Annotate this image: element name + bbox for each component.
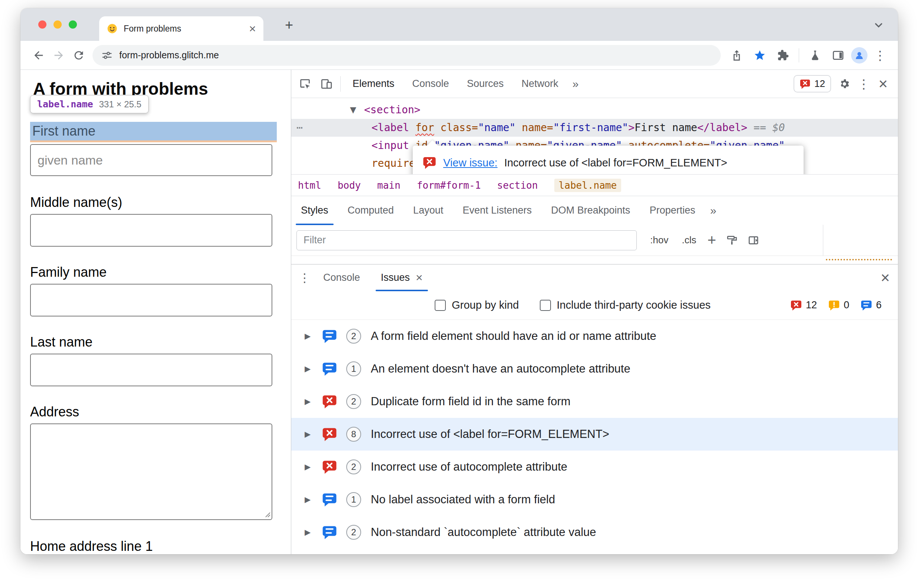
issue-row[interactable]: ▶ 2 Non-standard `autocomplete` attribut… — [291, 516, 898, 549]
issue-title: Incorrect use of autocomplete attribute — [371, 460, 567, 473]
third-party-checkbox[interactable] — [540, 300, 551, 311]
devtools-close-icon[interactable]: × — [873, 74, 893, 94]
view-issue-link[interactable]: View issue: — [443, 157, 498, 169]
bookmark-star-icon[interactable] — [750, 45, 770, 65]
info-bubble-icon — [322, 361, 337, 376]
tab-search-chevron-icon[interactable] — [871, 18, 886, 33]
tab-styles[interactable]: Styles — [291, 196, 338, 225]
screen: Form problems × + — [0, 0, 918, 588]
issue-row[interactable]: ▶ 1 An element doesn't have an autocompl… — [291, 352, 898, 385]
group-by-kind-checkbox[interactable] — [435, 300, 446, 311]
tree-line-label-selected[interactable]: ⋯<label for class="name" name="first-nam… — [291, 119, 898, 137]
tab-properties[interactable]: Properties — [640, 196, 705, 225]
crumb-body[interactable]: body — [338, 180, 361, 191]
devtools-settings-gear-icon[interactable] — [835, 74, 854, 94]
extensions-puzzle-icon[interactable] — [773, 45, 793, 65]
zoom-window-button[interactable] — [69, 21, 77, 29]
site-info-icon[interactable] — [102, 50, 113, 61]
crumb-section[interactable]: section — [497, 180, 538, 191]
paint-roller-icon[interactable] — [726, 234, 738, 246]
experiments-flask-icon[interactable] — [805, 45, 825, 65]
minimize-window-button[interactable] — [53, 21, 61, 29]
third-party-option[interactable]: Include third-party cookie issues — [540, 299, 711, 311]
tab-computed[interactable]: Computed — [338, 196, 404, 225]
tab-layout[interactable]: Layout — [404, 196, 453, 225]
inspect-highlight-label: First name — [30, 122, 277, 141]
info-bubble-icon — [322, 525, 337, 540]
issue-row[interactable]: ▶ 2 Incorrect use of autocomplete attrib… — [291, 451, 898, 483]
tab-elements[interactable]: Elements — [344, 70, 404, 98]
tab-close-icon[interactable]: × — [249, 23, 256, 34]
hov-toggle[interactable]: :hov — [650, 234, 668, 246]
crumb-main[interactable]: main — [377, 180, 401, 191]
tab-dom-breakpoints[interactable]: DOM Breakpoints — [541, 196, 640, 225]
issues-count-button[interactable]: 12 — [794, 75, 831, 92]
more-tabs-icon[interactable]: » — [567, 78, 584, 90]
row-actions-icon[interactable]: ⋯ — [296, 119, 303, 137]
close-window-button[interactable] — [38, 21, 47, 29]
profile-avatar[interactable] — [851, 47, 868, 63]
selected-element-hint: == $0 — [747, 121, 785, 134]
device-toolbar-icon[interactable] — [316, 73, 337, 95]
issue-row[interactable]: ▶ 2 A form field element should have an … — [291, 320, 898, 352]
tab-sources[interactable]: Sources — [458, 70, 513, 98]
share-icon[interactable] — [727, 45, 747, 65]
issue-row-selected[interactable]: ▶ 8 Incorrect use of <label for=FORM_ELE… — [291, 418, 898, 451]
name-attribute: name= — [516, 121, 553, 134]
side-panel-icon[interactable] — [828, 45, 848, 65]
given-name-input[interactable] — [30, 144, 272, 176]
more-panel-tabs-icon[interactable]: » — [705, 204, 721, 217]
last-name-input[interactable] — [30, 354, 272, 386]
error-bubble-icon — [322, 426, 337, 442]
info-bubble-icon — [860, 299, 872, 311]
drawer-tab-console[interactable]: Console — [313, 265, 370, 291]
crumb-form[interactable]: form#form-1 — [417, 180, 481, 191]
tab-network[interactable]: Network — [513, 70, 567, 98]
warning-count-value: 0 — [844, 299, 849, 311]
tooltip-selector: label.name — [37, 99, 93, 110]
textarea-resize-grip[interactable] — [263, 510, 271, 518]
expand-triangle-icon[interactable]: ▶ — [305, 495, 316, 504]
address-textarea[interactable] — [30, 423, 272, 520]
error-count-value: 12 — [806, 299, 817, 311]
issue-title: Non-standard `autocomplete` attribute va… — [371, 526, 596, 539]
tree-line-section[interactable]: ▼<section> — [291, 101, 898, 119]
back-button[interactable] — [29, 45, 48, 65]
drawer-close-icon[interactable]: × — [881, 269, 890, 287]
inspect-element-icon[interactable] — [294, 73, 316, 95]
devtools-menu-kebab-icon[interactable]: ⋮ — [854, 74, 873, 94]
expand-triangle-icon[interactable]: ▶ — [305, 430, 316, 439]
family-name-input[interactable] — [30, 284, 272, 317]
error-bubble-icon — [422, 156, 436, 170]
crumb-html[interactable]: html — [298, 180, 322, 191]
drawer-tab-issues[interactable]: Issues × — [370, 265, 433, 291]
expand-triangle-icon[interactable]: ▶ — [305, 332, 316, 341]
issue-row[interactable]: ▶ 2 Duplicate form field id in the same … — [291, 385, 898, 418]
browser-tab[interactable]: Form problems × — [99, 16, 263, 41]
group-by-kind-option[interactable]: Group by kind — [435, 299, 519, 311]
devtools-toolbar: Elements Console Sources Network » 12 ⋮ … — [291, 70, 898, 98]
crumb-label-name[interactable]: label.name — [554, 179, 622, 192]
cls-toggle[interactable]: .cls — [682, 234, 696, 246]
tab-console[interactable]: Console — [404, 70, 458, 98]
new-tab-button[interactable]: + — [281, 16, 297, 34]
reload-button[interactable] — [69, 45, 89, 65]
expand-arrow-icon[interactable]: ▼ — [350, 101, 356, 119]
omnibox[interactable]: form-problems.glitch.me — [92, 45, 721, 66]
expand-triangle-icon[interactable]: ▶ — [305, 528, 316, 537]
tab-event-listeners[interactable]: Event Listeners — [453, 196, 541, 225]
toolbar-divider — [799, 48, 799, 62]
issues-tab-close-icon[interactable]: × — [416, 271, 423, 284]
expand-triangle-icon[interactable]: ▶ — [305, 364, 316, 373]
drawer-menu-kebab-icon[interactable]: ⋮ — [296, 271, 313, 285]
error-bubble-icon — [322, 459, 337, 475]
forward-button[interactable] — [48, 45, 69, 65]
issue-row[interactable]: ▶ 1 No label associated with a form fiel… — [291, 483, 898, 516]
expand-triangle-icon[interactable]: ▶ — [305, 397, 316, 406]
middle-name-input[interactable] — [30, 214, 272, 247]
new-style-rule-icon[interactable]: + — [707, 232, 716, 249]
computed-sidebar-toggle-icon[interactable] — [747, 234, 760, 246]
styles-filter-input[interactable] — [296, 230, 637, 250]
expand-triangle-icon[interactable]: ▶ — [305, 462, 316, 472]
browser-menu-kebab-icon[interactable]: ⋮ — [870, 46, 890, 65]
